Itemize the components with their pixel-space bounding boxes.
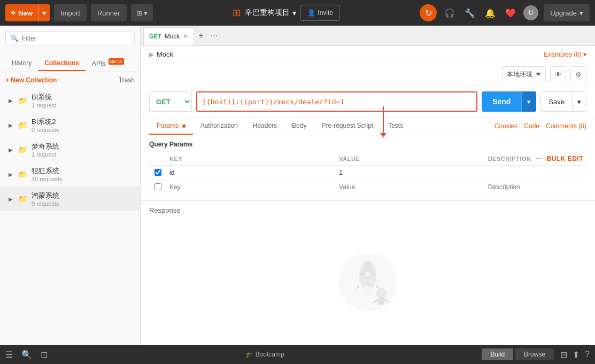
project-dropdown-icon: ▾ [292, 9, 296, 17]
tab-close-icon[interactable]: ✕ [183, 33, 188, 40]
bottom-center: 🎓 Bootcamp [58, 351, 471, 358]
import-button[interactable]: Import [54, 4, 87, 21]
list-item[interactable]: ▶ 📁 BI系统2 0 requests [0, 113, 140, 137]
search-input[interactable] [22, 35, 130, 42]
description-input[interactable] [488, 169, 583, 176]
column-options-button[interactable]: ··· [535, 154, 542, 163]
list-item[interactable]: ▶ 📁 鸿蒙系统 9 requests [0, 187, 140, 211]
tab-params[interactable]: Params [149, 118, 193, 135]
params-table: KEY VALUE DESCRIPTION ··· Bulk Edit [149, 152, 586, 195]
key-input[interactable] [169, 169, 333, 176]
send-group: Send ▾ [482, 91, 536, 112]
chevron-right-icon-small: ▶ [149, 51, 154, 58]
svg-rect-8 [378, 297, 384, 305]
tab-body[interactable]: Body [284, 118, 314, 135]
bottom-right: Build Browse ⊟ ⬆ ? [482, 348, 590, 360]
svg-point-7 [376, 288, 387, 298]
new-row-checkbox[interactable] [154, 183, 161, 190]
runner-button[interactable]: Runner [91, 4, 127, 21]
dual-pane-icon[interactable]: ⊟ [560, 350, 567, 360]
url-input[interactable] [196, 91, 477, 112]
upgrade-dropdown-icon: ▾ [579, 9, 583, 17]
layout-bottom-button[interactable]: ⊡ [41, 350, 48, 360]
add-tab-button[interactable]: + [196, 31, 206, 41]
tab-tests[interactable]: Tests [381, 118, 411, 135]
more-tabs-button[interactable]: ··· [208, 31, 220, 41]
invite-button[interactable]: 👤 Invite [300, 5, 340, 21]
layout-button[interactable]: ⊞ ▾ [131, 4, 153, 21]
request-header: ▶ Mock Examples (0) ▾ [141, 46, 595, 63]
top-toolbar: + New ▾ Import Runner ⊞ ▾ ⊞ 辛巴重构项目 ▾ 👤 I… [0, 0, 595, 26]
search-button[interactable]: 🔍 [21, 350, 32, 360]
new-dropdown-arrow[interactable]: ▾ [38, 4, 50, 21]
response-section: Response [141, 200, 595, 220]
description-cell [485, 166, 586, 180]
main-content: 🔍 History Collections APIs BETA + New Co… [0, 26, 595, 345]
response-title: Response [149, 206, 181, 214]
sidebar-toggle-button[interactable]: ☰ [5, 350, 13, 360]
table-row [149, 166, 586, 180]
request-tab-bar: GET Mock ✕ + ··· [141, 26, 595, 46]
heart-icon[interactable]: ❤️ [503, 6, 518, 20]
save-bottom-icon[interactable]: ⬆ [573, 350, 579, 360]
new-collection-button[interactable]: + New Collection [5, 76, 57, 84]
env-bar: 本地环境 👁 ⚙ [141, 63, 595, 86]
list-item[interactable]: ▶ 📁 犯狂系统 10 requests [0, 162, 140, 187]
trash-button[interactable]: Trash [119, 76, 135, 84]
method-select[interactable]: GET POST PUT DELETE PATCH [149, 91, 192, 112]
bulk-edit-button[interactable]: Bulk Edit [547, 155, 584, 162]
search-input-wrap: 🔍 [5, 31, 135, 45]
code-link[interactable]: Code [524, 122, 539, 130]
save-button[interactable]: Save [540, 91, 573, 112]
save-group: Save ▾ [540, 91, 586, 112]
list-item[interactable]: ▶ 📁 BI系统 1 request [0, 88, 140, 113]
new-button[interactable]: + New ▾ [5, 4, 50, 21]
sidebar-tab-apis[interactable]: APIs BETA [86, 56, 130, 72]
tab-headers[interactable]: Headers [245, 118, 284, 135]
bell-icon[interactable]: 🔔 [483, 6, 498, 20]
params-indicator [182, 125, 186, 128]
headphones-icon[interactable]: 🎧 [442, 6, 457, 20]
examples-link[interactable]: Examples (0) ▾ [544, 51, 586, 58]
cookies-link[interactable]: Cookies [494, 122, 517, 130]
query-params-title: Query Params [149, 141, 586, 148]
browse-button[interactable]: Browse [515, 348, 554, 360]
eye-button[interactable]: 👁 [550, 66, 566, 82]
table-row-new [149, 180, 586, 195]
sidebar-tab-collections[interactable]: Collections [38, 56, 86, 71]
upgrade-button[interactable]: Upgrade ▾ [544, 4, 590, 21]
save-dropdown-button[interactable]: ▾ [573, 91, 586, 112]
list-item[interactable]: ▶ 📁 梦奇系统 1 request [0, 137, 140, 162]
sync-button[interactable]: ↻ [420, 4, 437, 21]
send-dropdown-button[interactable]: ▾ [521, 91, 536, 112]
tab-authorization[interactable]: Authorization [193, 118, 245, 135]
folder-icon: 📁 [18, 195, 27, 203]
project-name[interactable]: 辛巴重构项目 ▾ [245, 8, 296, 18]
wrench-icon[interactable]: 🔧 [462, 6, 477, 20]
new-key-input[interactable] [169, 183, 333, 191]
environment-select[interactable]: 本地环境 [502, 66, 546, 82]
tab-pre-request[interactable]: Pre-request Script [314, 118, 381, 135]
value-cell [336, 166, 484, 180]
request-tab[interactable]: GET Mock ✕ [143, 27, 194, 45]
chevron-down-icon: ▾ [583, 51, 586, 58]
row-checkbox[interactable] [154, 169, 161, 176]
comments-link[interactable]: Comments (0) [546, 122, 586, 130]
build-button[interactable]: Build [482, 348, 513, 360]
settings-button[interactable]: ⚙ [570, 66, 586, 82]
value-column-header: VALUE [336, 152, 484, 166]
sidebar: 🔍 History Collections APIs BETA + New Co… [0, 26, 141, 345]
bootcamp-link[interactable]: 🎓 Bootcamp [245, 351, 284, 358]
sidebar-tab-history[interactable]: History [5, 56, 38, 71]
new-value-input[interactable] [339, 183, 481, 191]
url-bar: GET POST PUT DELETE PATCH Send ▾ Save ▾ [141, 86, 595, 118]
avatar[interactable]: U [523, 5, 538, 20]
value-input[interactable] [339, 169, 481, 176]
sidebar-actions: + New Collection Trash [0, 72, 140, 88]
new-description-input[interactable] [488, 183, 583, 191]
graduation-icon: 🎓 [245, 351, 253, 358]
sidebar-tabs: History Collections APIs BETA [0, 51, 140, 72]
url-input-container [196, 91, 477, 112]
help-icon[interactable]: ? [585, 350, 590, 359]
send-button[interactable]: Send [482, 91, 521, 112]
